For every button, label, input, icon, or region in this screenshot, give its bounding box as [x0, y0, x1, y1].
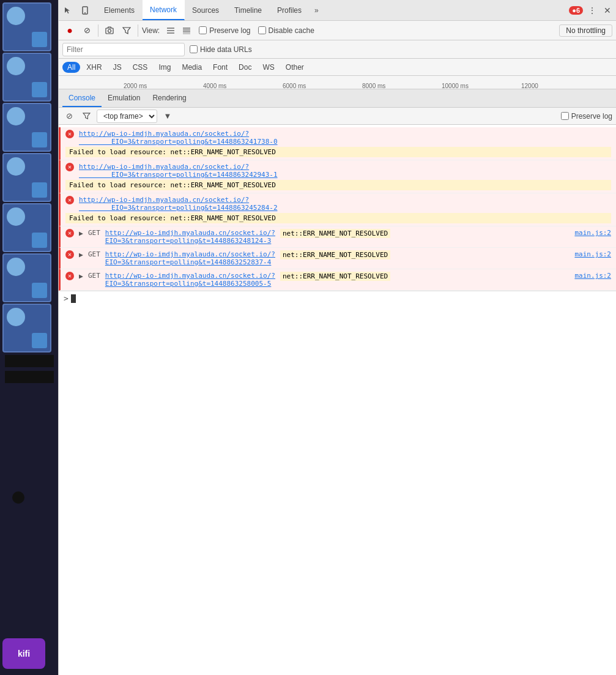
- ruler-mark-12000: 12000: [521, 83, 538, 89]
- error-icon-3: ✕: [65, 196, 74, 204]
- frame-select[interactable]: <top frame>: [97, 110, 157, 123]
- hide-data-urls-checkbox[interactable]: [190, 45, 198, 53]
- type-btn-font[interactable]: Font: [208, 62, 232, 73]
- view-label: View:: [142, 26, 160, 35]
- type-btn-doc[interactable]: Doc: [234, 62, 256, 73]
- ruler-mark-8000: 8000 ms: [362, 83, 385, 89]
- game-tiles: [0, 0, 58, 387]
- console-output[interactable]: ✕ http://wp-io-imdjh.myalauda.cn/socket.…: [59, 125, 616, 675]
- more-options-btn[interactable]: ⋮: [585, 4, 599, 17]
- get-neterr-6: net::ERR_NAME_NOT_RESOLVED: [280, 272, 390, 281]
- record-btn[interactable]: ●: [62, 23, 77, 38]
- console-preserve-label[interactable]: Preserve log: [561, 112, 612, 121]
- console-preserve-checkbox[interactable]: [561, 112, 569, 120]
- tab-elements[interactable]: Elements: [97, 0, 143, 20]
- error-url-1[interactable]: http://wp-io-imdjh.myalauda.cn/socket.io…: [79, 130, 278, 146]
- get-url-6[interactable]: http://wp-io-imdjh.myalauda.cn/socket.io…: [105, 272, 275, 288]
- console-entry-1: ✕ http://wp-io-imdjh.myalauda.cn/socket.…: [59, 127, 616, 160]
- error-url-2[interactable]: http://wp-io-imdjh.myalauda.cn/socket.io…: [79, 163, 278, 179]
- hide-data-urls-label[interactable]: Hide data URLs: [190, 45, 252, 54]
- close-devtools-btn[interactable]: ✕: [601, 4, 614, 17]
- kifi-badge: kifi: [2, 638, 45, 669]
- get-neterr-4: net::ERR_NAME_NOT_RESOLVED: [280, 229, 390, 238]
- preserve-log-checkbox[interactable]: [199, 26, 207, 34]
- game-tile: [2, 203, 51, 252]
- console-cancel-btn[interactable]: ⊘: [62, 110, 76, 123]
- no-throttling-btn[interactable]: No throttling: [559, 24, 612, 37]
- source-ref-4[interactable]: main.js:2: [574, 229, 611, 237]
- get-expand-5[interactable]: ▶: [79, 250, 83, 259]
- black-bar: [5, 371, 54, 383]
- tab-sources[interactable]: Sources: [185, 0, 227, 20]
- separator-1: [98, 24, 98, 37]
- black-bar: [5, 355, 54, 367]
- error-msg-2: Failed to load resource: net::ERR_NAME_N…: [65, 180, 611, 190]
- source-ref-5[interactable]: main.js:2: [574, 250, 611, 258]
- get-url-4[interactable]: http://wp-io-imdjh.myalauda.cn/socket.io…: [105, 229, 275, 245]
- game-tile: [2, 103, 51, 152]
- type-btn-all[interactable]: All: [62, 62, 80, 73]
- error-icon-1: ✕: [65, 130, 74, 138]
- cancel-btn[interactable]: ⊘: [80, 23, 94, 38]
- tabs: Elements Network Sources Timeline Profil…: [97, 0, 324, 20]
- list-view-btn[interactable]: [163, 23, 178, 38]
- black-dot: [12, 491, 24, 504]
- bottom-tab-rendering[interactable]: Rendering: [146, 89, 192, 107]
- source-ref-6[interactable]: main.js:2: [574, 272, 611, 280]
- get-label-4: GET: [88, 229, 100, 237]
- console-filter-btn[interactable]: [80, 110, 93, 123]
- console-input-row: >: [59, 291, 616, 305]
- get-expand-4[interactable]: ▶: [79, 229, 83, 237]
- grid-view-btn[interactable]: [179, 23, 194, 38]
- get-label-6: GET: [88, 272, 100, 280]
- type-btn-img[interactable]: Img: [154, 62, 176, 73]
- type-btn-xhr[interactable]: XHR: [81, 62, 106, 73]
- bottom-tab-emulation[interactable]: Emulation: [102, 89, 146, 107]
- ruler-mark-2000: 2000 ms: [124, 83, 147, 89]
- cursor-icon-btn[interactable]: [61, 4, 75, 17]
- disable-cache-checkbox[interactable]: [258, 26, 266, 34]
- console-prompt: >: [64, 294, 69, 303]
- tab-profiles[interactable]: Profiles: [270, 0, 310, 20]
- console-dropdown-btn[interactable]: ▼: [161, 110, 174, 123]
- console-entry-3: ✕ http://wp-io-imdjh.myalauda.cn/socket.…: [59, 193, 616, 226]
- filter-btn[interactable]: [119, 23, 134, 38]
- console-cursor[interactable]: [71, 294, 76, 303]
- type-btn-ws[interactable]: WS: [258, 62, 279, 73]
- console-toolbar: ⊘ <top frame> ▼ Preserve log: [59, 108, 616, 125]
- game-tile: [2, 153, 51, 202]
- error-icon-4: ✕: [65, 229, 74, 237]
- game-tile: [2, 304, 51, 352]
- tab-timeline[interactable]: Timeline: [227, 0, 270, 20]
- filter-input[interactable]: [62, 43, 185, 56]
- tab-network[interactable]: Network: [143, 0, 185, 20]
- type-filter: All XHR JS CSS Img Media Font Doc WS Oth…: [59, 59, 616, 76]
- get-neterr-5: net::ERR_NAME_NOT_RESOLVED: [280, 250, 390, 259]
- disable-cache-label[interactable]: Disable cache: [258, 26, 314, 35]
- get-url-5[interactable]: http://wp-io-imdjh.myalauda.cn/socket.io…: [105, 250, 275, 266]
- console-entry-2: ✕ http://wp-io-imdjh.myalauda.cn/socket.…: [59, 160, 616, 193]
- game-tile: [2, 53, 51, 102]
- error-icon-2: ✕: [65, 163, 74, 171]
- camera-btn[interactable]: [102, 23, 117, 38]
- type-btn-other[interactable]: Other: [281, 62, 309, 73]
- tab-more[interactable]: »: [310, 0, 324, 20]
- error-icon-6: ✕: [65, 272, 74, 280]
- ruler-mark-10000: 10000 ms: [442, 83, 469, 89]
- preserve-log-label[interactable]: Preserve log: [199, 26, 250, 35]
- error-url-3[interactable]: http://wp-io-imdjh.myalauda.cn/socket.io…: [79, 196, 278, 212]
- game-area: kifi: [0, 0, 58, 675]
- network-toolbar: ● ⊘ View:: [59, 21, 616, 40]
- type-btn-media[interactable]: Media: [177, 62, 207, 73]
- bottom-tab-console[interactable]: Console: [62, 89, 102, 107]
- mobile-icon-btn[interactable]: [78, 4, 92, 17]
- type-btn-js[interactable]: JS: [108, 62, 127, 73]
- console-entry-5: ✕ ▶ GET http://wp-io-imdjh.myalauda.cn/s…: [59, 248, 616, 269]
- get-expand-6[interactable]: ▶: [79, 272, 83, 280]
- console-entry-4: ✕ ▶ GET http://wp-io-imdjh.myalauda.cn/s…: [59, 226, 616, 248]
- ruler-mark-4000: 4000 ms: [203, 83, 226, 89]
- console-entry-6: ✕ ▶ GET http://wp-io-imdjh.myalauda.cn/s…: [59, 269, 616, 291]
- type-btn-css[interactable]: CSS: [128, 62, 153, 73]
- tab-icons: [61, 4, 92, 17]
- error-msg-1: Failed to load resource: net::ERR_NAME_N…: [65, 147, 611, 157]
